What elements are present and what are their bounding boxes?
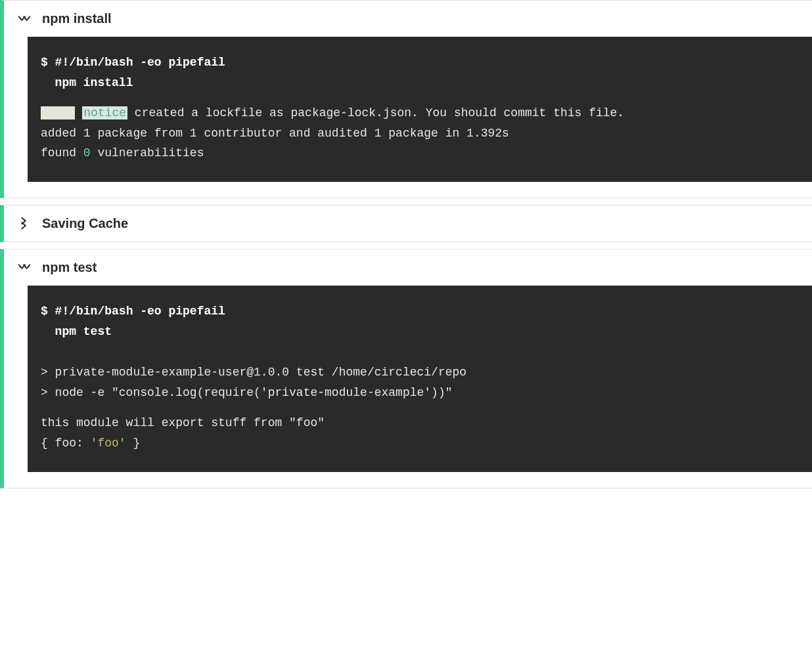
chevron-down-icon — [17, 12, 32, 26]
step-body: $ #!/bin/bash -eo pipefail npm test > pr… — [4, 286, 812, 488]
terminal-line: $ #!/bin/bash -eo pipefail — [41, 301, 799, 322]
npm-notice-blank — [41, 106, 75, 119]
terminal-line: npm install — [41, 73, 799, 93]
terminal-output: $ #!/bin/bash -eo pipefail npm install n… — [28, 37, 812, 182]
step-saving-cache: Saving Cache — [0, 205, 812, 242]
step-header[interactable]: Saving Cache — [4, 205, 812, 242]
step-body: $ #!/bin/bash -eo pipefail npm install n… — [4, 37, 812, 198]
step-title: Saving Cache — [42, 216, 128, 231]
npm-notice-label: notice — [82, 106, 127, 119]
terminal-line: found 0 vulnerabilities — [41, 143, 799, 163]
terminal-line: > node -e "console.log(require('private-… — [41, 383, 799, 403]
step-title: npm test — [42, 260, 97, 275]
chevron-down-icon — [17, 260, 32, 274]
terminal-line: npm test — [41, 322, 799, 342]
step-npm-install: npm install $ #!/bin/bash -eo pipefail n… — [0, 0, 812, 198]
step-header[interactable]: npm install — [4, 1, 812, 37]
step-header[interactable]: npm test — [4, 249, 812, 286]
step-title: npm install — [42, 11, 112, 26]
terminal-line: $ #!/bin/bash -eo pipefail — [41, 53, 799, 73]
step-npm-test: npm test $ #!/bin/bash -eo pipefail npm … — [0, 249, 812, 488]
terminal-line: added 1 package from 1 contributor and a… — [41, 123, 799, 144]
terminal-output: $ #!/bin/bash -eo pipefail npm test > pr… — [28, 286, 812, 472]
chevron-right-icon — [17, 216, 32, 230]
terminal-line: this module will export stuff from "foo" — [41, 413, 799, 433]
terminal-line: > private-module-example-user@1.0.0 test… — [41, 362, 799, 383]
terminal-line: { foo: 'foo' } — [41, 433, 799, 454]
terminal-line: notice created a lockfile as package-loc… — [41, 103, 799, 123]
